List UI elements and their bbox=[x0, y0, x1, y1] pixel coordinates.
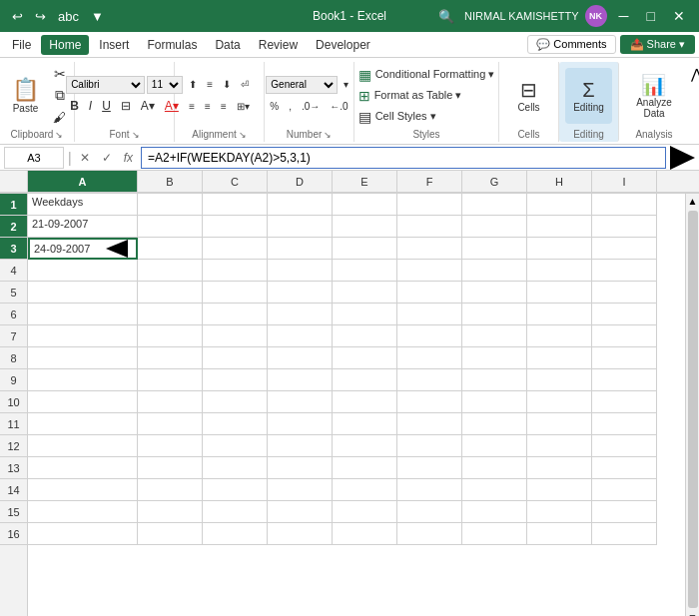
row-header-1[interactable]: 1 bbox=[0, 194, 27, 216]
cell-f7[interactable] bbox=[397, 325, 462, 347]
italic-button[interactable]: I bbox=[85, 96, 96, 116]
cell-h9[interactable] bbox=[527, 369, 592, 391]
cell-b5[interactable] bbox=[138, 282, 203, 304]
cell-a4[interactable] bbox=[28, 260, 138, 282]
cell-f5[interactable] bbox=[397, 282, 462, 304]
cell-f16[interactable] bbox=[397, 523, 462, 545]
cell-c1[interactable] bbox=[203, 194, 268, 216]
cell-b14[interactable] bbox=[138, 479, 203, 501]
cell-e13[interactable] bbox=[333, 457, 397, 479]
left-align-button[interactable]: ≡ bbox=[185, 97, 199, 117]
cell-a14[interactable] bbox=[28, 479, 138, 501]
col-header-b[interactable]: B bbox=[138, 171, 203, 193]
vertical-scrollbar[interactable]: ▲ ▼ bbox=[685, 194, 699, 616]
row-header-8[interactable]: 8 bbox=[0, 347, 27, 369]
cell-c13[interactable] bbox=[203, 457, 268, 479]
cell-i13[interactable] bbox=[592, 457, 657, 479]
cell-e10[interactable] bbox=[333, 391, 397, 413]
cell-d8[interactable] bbox=[268, 347, 333, 369]
cell-h1[interactable] bbox=[527, 194, 592, 216]
paste-button[interactable]: 📋 Paste bbox=[4, 68, 47, 124]
cell-a16[interactable] bbox=[28, 523, 138, 545]
cell-c4[interactable] bbox=[203, 260, 268, 282]
cell-d16[interactable] bbox=[268, 523, 333, 545]
cell-a6[interactable] bbox=[28, 304, 138, 325]
cell-i11[interactable] bbox=[592, 413, 657, 435]
cell-c14[interactable] bbox=[203, 479, 268, 501]
cell-g15[interactable] bbox=[462, 501, 527, 523]
merge-button[interactable]: ⊞▾ bbox=[233, 97, 254, 117]
row-header-3[interactable]: 3 bbox=[0, 238, 27, 260]
cell-e5[interactable] bbox=[333, 282, 397, 304]
cell-e2[interactable] bbox=[333, 216, 397, 238]
col-header-d[interactable]: D bbox=[268, 171, 333, 193]
mid-align-button[interactable]: ≡ bbox=[203, 75, 217, 95]
formula-input[interactable] bbox=[141, 147, 666, 169]
scroll-up-button[interactable]: ▲ bbox=[686, 194, 699, 209]
cell-a10[interactable] bbox=[28, 391, 138, 413]
wrap-text-button[interactable]: ⏎ bbox=[237, 75, 253, 95]
cell-a11[interactable] bbox=[28, 413, 138, 435]
quick-access-more-button[interactable]: ▼ bbox=[87, 7, 108, 26]
cell-d15[interactable] bbox=[268, 501, 333, 523]
cell-e15[interactable] bbox=[333, 501, 397, 523]
menu-developer[interactable]: Developer bbox=[308, 35, 378, 55]
cell-f9[interactable] bbox=[397, 369, 462, 391]
decrease-decimal-button[interactable]: ←.0 bbox=[326, 97, 351, 117]
cell-a15[interactable] bbox=[28, 501, 138, 523]
menu-home[interactable]: Home bbox=[41, 35, 89, 55]
percent-button[interactable]: % bbox=[266, 97, 283, 117]
close-button[interactable]: ✕ bbox=[667, 6, 691, 26]
cell-a1[interactable]: Weekdays bbox=[28, 194, 138, 216]
cell-e11[interactable] bbox=[333, 413, 397, 435]
cell-c9[interactable] bbox=[203, 369, 268, 391]
maximize-button[interactable]: □ bbox=[641, 6, 661, 26]
cell-d11[interactable] bbox=[268, 413, 333, 435]
top-align-button[interactable]: ⬆ bbox=[185, 75, 201, 95]
cell-e7[interactable] bbox=[333, 325, 397, 347]
cell-h6[interactable] bbox=[527, 304, 592, 325]
user-avatar[interactable]: NK bbox=[585, 5, 607, 27]
cell-d12[interactable] bbox=[268, 435, 333, 457]
cell-f4[interactable] bbox=[397, 260, 462, 282]
cell-b13[interactable] bbox=[138, 457, 203, 479]
cell-b9[interactable] bbox=[138, 369, 203, 391]
cell-h7[interactable] bbox=[527, 325, 592, 347]
cell-c2[interactable] bbox=[203, 216, 268, 238]
cell-b12[interactable] bbox=[138, 435, 203, 457]
menu-insert[interactable]: Insert bbox=[91, 35, 137, 55]
row-header-12[interactable]: 12 bbox=[0, 435, 27, 457]
scroll-down-button[interactable]: ▼ bbox=[686, 610, 699, 616]
cell-c11[interactable] bbox=[203, 413, 268, 435]
cell-b1[interactable] bbox=[138, 194, 203, 216]
cell-b6[interactable] bbox=[138, 304, 203, 325]
col-header-g[interactable]: G bbox=[462, 171, 527, 193]
row-header-15[interactable]: 15 bbox=[0, 501, 27, 523]
cell-e16[interactable] bbox=[333, 523, 397, 545]
cell-i2[interactable] bbox=[592, 216, 657, 238]
cell-c5[interactable] bbox=[203, 282, 268, 304]
cell-f8[interactable] bbox=[397, 347, 462, 369]
cell-i16[interactable] bbox=[592, 523, 657, 545]
cell-e6[interactable] bbox=[333, 304, 397, 325]
cell-e14[interactable] bbox=[333, 479, 397, 501]
number-dropdown-button[interactable]: ▾ bbox=[340, 75, 352, 95]
cell-a7[interactable] bbox=[28, 325, 138, 347]
row-header-13[interactable]: 13 bbox=[0, 457, 27, 479]
redo-button[interactable]: ↪ bbox=[31, 7, 50, 26]
menu-formulas[interactable]: Formulas bbox=[139, 35, 205, 55]
menu-data[interactable]: Data bbox=[207, 35, 248, 55]
cell-h11[interactable] bbox=[527, 413, 592, 435]
increase-decimal-button[interactable]: .0→ bbox=[298, 97, 324, 117]
fill-color-button[interactable]: A▾ bbox=[137, 96, 159, 116]
row-header-5[interactable]: 5 bbox=[0, 282, 27, 304]
cell-c8[interactable] bbox=[203, 347, 268, 369]
cell-h2[interactable] bbox=[527, 216, 592, 238]
cell-i8[interactable] bbox=[592, 347, 657, 369]
cell-d6[interactable] bbox=[268, 304, 333, 325]
col-header-e[interactable]: E bbox=[333, 171, 397, 193]
cell-g11[interactable] bbox=[462, 413, 527, 435]
cell-c6[interactable] bbox=[203, 304, 268, 325]
cell-b8[interactable] bbox=[138, 347, 203, 369]
cell-b3[interactable] bbox=[138, 238, 203, 260]
